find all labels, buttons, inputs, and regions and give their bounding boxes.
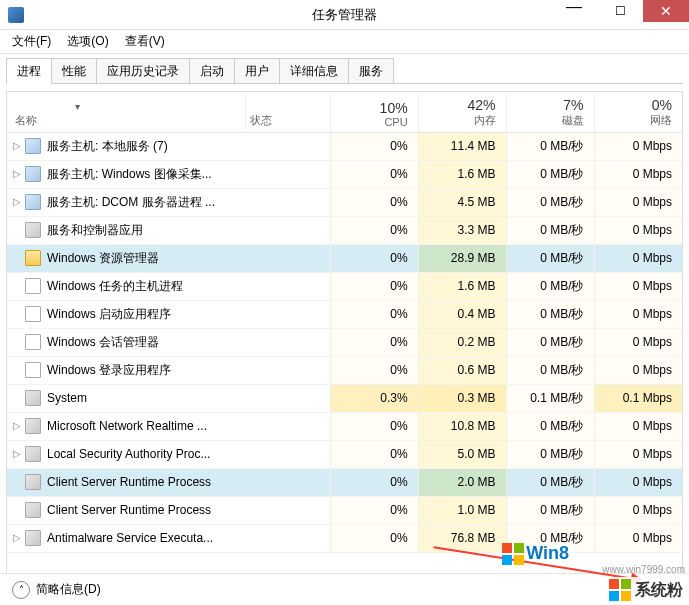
column-name[interactable]: ▾ 名称 [7, 92, 245, 132]
expander-icon[interactable]: ▷ [11, 168, 23, 179]
table-row[interactable]: ▷Microsoft Network Realtime ...0%10.8 MB… [7, 412, 682, 440]
process-name: Windows 任务的主机进程 [47, 279, 183, 293]
tab-app-history[interactable]: 应用历史记录 [96, 58, 190, 84]
table-row[interactable]: Client Server Runtime Process0%1.0 MB0 M… [7, 496, 682, 524]
expander-icon[interactable]: ▷ [11, 420, 23, 431]
process-name-cell[interactable]: Windows 资源管理器 [7, 244, 245, 272]
close-button[interactable]: ✕ [643, 0, 689, 22]
chevron-up-icon[interactable]: ˄ [12, 581, 30, 599]
table-row[interactable]: ▷服务主机: 本地服务 (7)0%11.4 MB0 MB/秒0 Mbps [7, 132, 682, 160]
fewer-details-link[interactable]: 简略信息(D) [36, 581, 101, 598]
process-memory: 0.6 MB [418, 356, 506, 384]
memory-total: 42% [423, 97, 496, 113]
process-name: Microsoft Network Realtime ... [47, 419, 207, 433]
process-name-cell[interactable]: Client Server Runtime Process [7, 496, 245, 524]
process-network: 0 Mbps [594, 132, 682, 160]
process-disk: 0 MB/秒 [506, 300, 594, 328]
table-row[interactable]: 服务和控制器应用0%3.3 MB0 MB/秒0 Mbps [7, 216, 682, 244]
process-name-cell[interactable]: Windows 会话管理器 [7, 328, 245, 356]
process-cpu: 0% [330, 272, 418, 300]
process-status [245, 440, 330, 468]
expander-icon[interactable]: ▷ [11, 196, 23, 207]
titlebar: 任务管理器 — ☐ ✕ [0, 0, 689, 30]
minimize-button[interactable]: — [551, 0, 597, 22]
column-disk[interactable]: 7% 磁盘 [506, 92, 594, 132]
process-name-cell[interactable]: Client Server Runtime Process [7, 468, 245, 496]
process-status [245, 132, 330, 160]
table-row[interactable]: ▷服务主机: Windows 图像采集...0%1.6 MB0 MB/秒0 Mb… [7, 160, 682, 188]
tab-performance[interactable]: 性能 [51, 58, 97, 84]
table-row[interactable]: ▷Antimalware Service Executa...0%76.8 MB… [7, 524, 682, 552]
column-memory[interactable]: 42% 内存 [418, 92, 506, 132]
process-status [245, 160, 330, 188]
table-row[interactable]: Windows 会话管理器0%0.2 MB0 MB/秒0 Mbps [7, 328, 682, 356]
menu-file[interactable]: 文件(F) [4, 31, 59, 52]
process-name-cell[interactable]: ▷服务主机: Windows 图像采集... [7, 160, 245, 188]
table-row[interactable]: Windows 资源管理器0%28.9 MB0 MB/秒0 Mbps [7, 244, 682, 272]
process-cpu: 0% [330, 188, 418, 216]
maximize-button[interactable]: ☐ [597, 0, 643, 22]
table-row[interactable]: Client Server Runtime Process0%2.0 MB0 M… [7, 468, 682, 496]
tab-details[interactable]: 详细信息 [279, 58, 349, 84]
process-cpu: 0% [330, 244, 418, 272]
process-status [245, 328, 330, 356]
menu-view[interactable]: 查看(V) [117, 31, 173, 52]
process-name-cell[interactable]: ▷服务主机: 本地服务 (7) [7, 132, 245, 160]
tab-users[interactable]: 用户 [234, 58, 280, 84]
process-name-cell[interactable]: Windows 启动应用程序 [7, 300, 245, 328]
process-name-cell[interactable]: ▷服务主机: DCOM 服务器进程 ... [7, 188, 245, 216]
process-name-cell[interactable]: System [7, 384, 245, 412]
table-row[interactable]: Windows 任务的主机进程0%1.6 MB0 MB/秒0 Mbps [7, 272, 682, 300]
process-network: 0 Mbps [594, 440, 682, 468]
process-network: 0 Mbps [594, 188, 682, 216]
process-status [245, 468, 330, 496]
menu-options[interactable]: 选项(O) [59, 31, 116, 52]
sort-caret-icon: ▾ [75, 101, 80, 112]
process-disk: 0 MB/秒 [506, 440, 594, 468]
process-name-cell[interactable]: ▷Local Security Authority Proc... [7, 440, 245, 468]
process-cpu: 0.3% [330, 384, 418, 412]
process-table-container: ▾ 名称 状态 10% CPU 42% 内存 7% 磁盘 [6, 91, 683, 596]
tab-startup[interactable]: 启动 [189, 58, 235, 84]
column-network-label: 网络 [650, 114, 672, 126]
expander-icon[interactable]: ▷ [11, 448, 23, 459]
column-network[interactable]: 0% 网络 [594, 92, 682, 132]
process-table: ▾ 名称 状态 10% CPU 42% 内存 7% 磁盘 [7, 92, 682, 553]
process-name-cell[interactable]: ▷Microsoft Network Realtime ... [7, 412, 245, 440]
table-row[interactable]: Windows 登录应用程序0%0.6 MB0 MB/秒0 Mbps [7, 356, 682, 384]
tab-services[interactable]: 服务 [348, 58, 394, 84]
process-name: 服务主机: 本地服务 (7) [47, 139, 168, 153]
column-status[interactable]: 状态 [245, 92, 330, 132]
process-name: Windows 登录应用程序 [47, 363, 171, 377]
table-row[interactable]: Windows 启动应用程序0%0.4 MB0 MB/秒0 Mbps [7, 300, 682, 328]
process-name-cell[interactable]: ▷Antimalware Service Executa... [7, 524, 245, 552]
tab-processes[interactable]: 进程 [6, 58, 52, 84]
process-name-cell[interactable]: Windows 登录应用程序 [7, 356, 245, 384]
process-disk: 0 MB/秒 [506, 132, 594, 160]
process-name-cell[interactable]: 服务和控制器应用 [7, 216, 245, 244]
table-row[interactable]: ▷Local Security Authority Proc...0%5.0 M… [7, 440, 682, 468]
process-name: Windows 会话管理器 [47, 335, 159, 349]
column-cpu[interactable]: 10% CPU [330, 92, 418, 132]
app-icon [8, 7, 24, 23]
process-memory: 5.0 MB [418, 440, 506, 468]
expander-icon[interactable]: ▷ [11, 140, 23, 151]
footer: ˄ 简略信息(D) [0, 573, 689, 605]
process-cpu: 0% [330, 216, 418, 244]
expander-icon[interactable]: ▷ [11, 532, 23, 543]
process-status [245, 524, 330, 552]
table-row[interactable]: System0.3%0.3 MB0.1 MB/秒0.1 Mbps [7, 384, 682, 412]
table-row[interactable]: ▷服务主机: DCOM 服务器进程 ...0%4.5 MB0 MB/秒0 Mbp… [7, 188, 682, 216]
process-status [245, 384, 330, 412]
process-memory: 10.8 MB [418, 412, 506, 440]
process-network: 0 Mbps [594, 524, 682, 552]
process-memory: 1.0 MB [418, 496, 506, 524]
process-icon [25, 138, 41, 154]
menubar: 文件(F) 选项(O) 查看(V) [0, 30, 689, 54]
process-icon [25, 250, 41, 266]
process-memory: 1.6 MB [418, 272, 506, 300]
process-name-cell[interactable]: Windows 任务的主机进程 [7, 272, 245, 300]
tabstrip: 进程 性能 应用历史记录 启动 用户 详细信息 服务 [0, 54, 689, 84]
process-status [245, 272, 330, 300]
process-memory: 2.0 MB [418, 468, 506, 496]
